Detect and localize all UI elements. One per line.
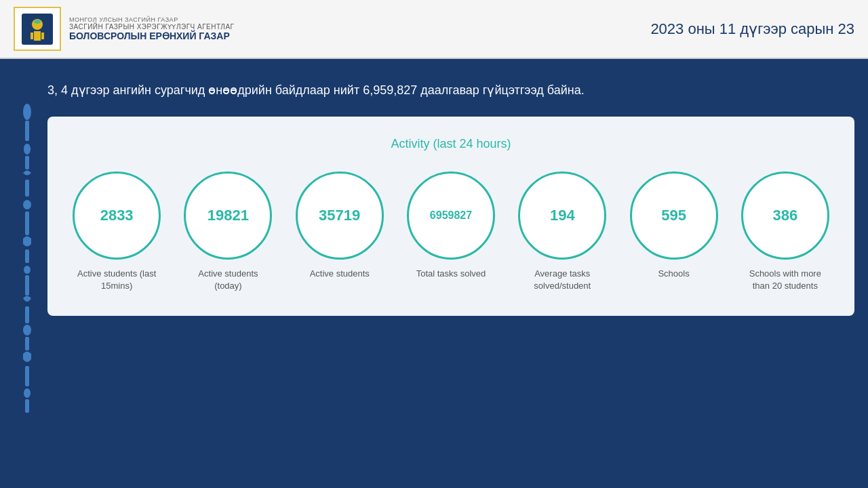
svg-rect-13	[25, 249, 29, 263]
circle-3: 6959827	[407, 171, 495, 260]
svg-point-8	[24, 144, 31, 155]
main-content: 3, 4 дүгээр ангийн сурагчид өнөөдрийн ба…	[47, 61, 854, 474]
circle-1: 19821	[184, 171, 272, 260]
svg-point-17	[23, 325, 31, 336]
circle-item-3: 6959827 Total tasks solved	[395, 171, 507, 280]
header-left: МОНГОЛ УЛСЫН ЗАСГИЙН ГАЗАР ЗАСГИЙН ГАЗРЫ…	[14, 7, 235, 51]
svg-rect-12	[25, 211, 29, 235]
circle-item-2: 35719 Active students	[284, 171, 395, 280]
svg-rect-4	[41, 33, 44, 39]
circle-2: 35719	[296, 171, 384, 260]
circles-row: 2833 Active students (last 15mins) 19821…	[61, 171, 841, 292]
header-text: МОНГОЛ УЛСЫН ЗАСГИЙН ГАЗАР ЗАСГИЙН ГАЗРЫ…	[69, 16, 235, 41]
svg-point-20	[24, 388, 31, 398]
circle-item-0: 2833 Active students (last 15mins)	[61, 171, 172, 292]
org-line2: БОЛОВСРОЛЫН ЕРӨНХИЙ ГАЗАР	[69, 30, 235, 41]
circle-value-3: 6959827	[430, 209, 472, 222]
svg-rect-21	[25, 399, 29, 413]
circle-label-0: Active students (last 15mins)	[76, 268, 157, 292]
svg-point-11	[23, 200, 31, 209]
circle-value-4: 194	[550, 207, 575, 224]
circle-value-6: 386	[772, 207, 797, 224]
svg-rect-7	[25, 121, 29, 141]
circle-4: 194	[518, 171, 606, 260]
circle-0: 2833	[73, 171, 161, 260]
circle-label-6: Schools with more than 20 students	[745, 268, 826, 292]
svg-point-6	[23, 104, 31, 120]
circle-6: 386	[741, 171, 829, 260]
sidebar-script	[10, 88, 44, 427]
circle-value-2: 35719	[319, 207, 360, 224]
circle-label-2: Active students	[310, 268, 370, 280]
svg-rect-18	[25, 337, 29, 350]
org-sub-label: МОНГОЛ УЛСЫН ЗАСГИЙН ГАЗАР	[69, 16, 235, 23]
svg-rect-9	[25, 156, 29, 169]
svg-point-14	[24, 266, 31, 274]
svg-rect-16	[25, 306, 29, 323]
activity-title: Activity (last 24 hours)	[61, 137, 841, 151]
circle-label-5: Schools	[658, 268, 689, 280]
circle-item-1: 19821 Active students (today)	[172, 171, 283, 292]
header-divider	[0, 58, 868, 59]
header: МОНГОЛ УЛСЫН ЗАСГИЙН ГАЗАР ЗАСГИЙН ГАЗРЫ…	[0, 0, 868, 58]
circle-label-3: Total tasks solved	[416, 268, 486, 280]
svg-rect-15	[25, 275, 29, 296]
circle-item-5: 595 Schools	[618, 171, 729, 280]
circle-value-0: 2833	[100, 207, 134, 224]
circle-5: 595	[630, 171, 718, 260]
circle-item-4: 194 Average tasks solved/student	[507, 171, 618, 292]
svg-rect-2	[34, 31, 41, 41]
circle-label-4: Average tasks solved/student	[521, 268, 603, 292]
org-line1: ЗАСГИЙН ГАЗРЫН ХЭРЭГЖҮҮЛЭГЧ АГЕНТЛАГ	[69, 23, 235, 30]
circle-item-6: 386 Schools with more than 20 students	[730, 171, 841, 292]
svg-rect-3	[31, 33, 33, 39]
headline-text: 3, 4 дүгээр ангийн сурагчид өнөөдрийн ба…	[47, 81, 854, 100]
circle-label-1: Active students (today)	[187, 268, 269, 292]
svg-rect-19	[25, 366, 29, 386]
activity-card: Activity (last 24 hours) 2833 Active stu…	[47, 117, 854, 316]
circle-value-5: 595	[661, 207, 686, 224]
mongolian-script-icon	[14, 95, 41, 420]
svg-point-5	[34, 20, 41, 24]
logo-box	[14, 7, 61, 51]
circle-value-1: 19821	[208, 207, 249, 224]
logo-icon	[20, 12, 54, 46]
svg-rect-10	[25, 180, 29, 197]
header-date: 2023 оны 11 дүгээр сарын 23	[650, 20, 854, 38]
